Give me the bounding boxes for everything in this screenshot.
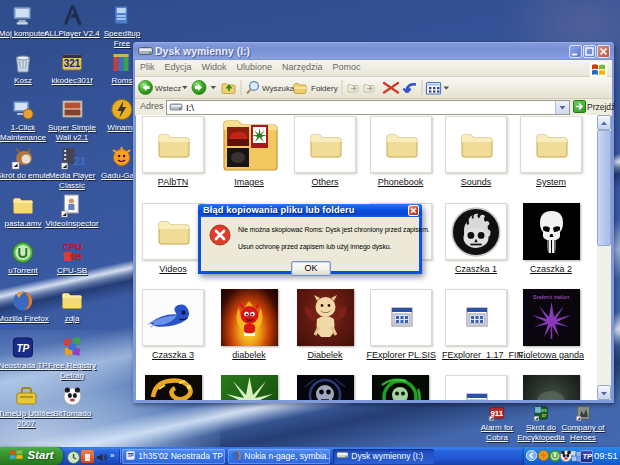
svg-text:Foldery: Foldery — [311, 84, 338, 93]
svg-text:CPU: CPU — [62, 242, 81, 252]
svg-text:21: 21 — [74, 155, 85, 167]
svg-text:07: 07 — [541, 413, 546, 418]
svg-text:TP: TP — [17, 343, 30, 354]
svg-text:Wyszukaj: Wyszukaj — [262, 84, 296, 93]
svg-text:TP: TP — [127, 453, 134, 458]
svg-text:Srebrni zielon: Srebrni zielon — [532, 294, 569, 300]
svg-text:ES: ES — [541, 408, 547, 413]
svg-text:Wstecz: Wstecz — [155, 84, 181, 93]
svg-text:321: 321 — [64, 58, 81, 69]
svg-text:SB: SB — [69, 252, 82, 262]
